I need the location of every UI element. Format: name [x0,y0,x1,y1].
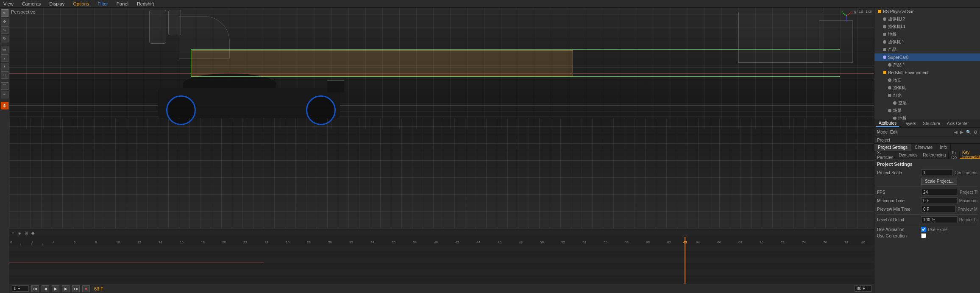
obj-rs-physical-sun[interactable]: RS Physical Sun [874,8,980,15]
tab-dynamics[interactable]: Dynamics [896,151,920,159]
rotate-tool[interactable]: ↻ [1,35,8,42]
min-time-value[interactable] [921,197,958,204]
last-frame-btn[interactable]: ⏭ [72,285,80,292]
obj-scene[interactable]: 场景 [874,107,980,114]
record-btn[interactable]: ● [82,285,90,292]
fps-value[interactable] [921,189,958,195]
start-frame-field[interactable] [12,285,29,292]
menu-cameras[interactable]: Cameras [20,1,43,6]
obj-empty-layer[interactable]: 空层 [874,99,980,107]
obj-camera-l2[interactable]: 摄像机L2 [874,15,980,23]
scale-value[interactable] [921,169,953,176]
obj-supercar8[interactable]: SuperCar8 [874,53,980,61]
next-frame-btn[interactable]: ▶ [62,285,70,292]
search-icon[interactable]: 🔍 [966,130,971,134]
tab-structure[interactable]: Structure [920,120,943,127]
settings-icon[interactable]: ⚙ [974,130,977,134]
scale-project-row: Scale Project... [877,178,977,185]
obj-camera-l1[interactable]: 摄像机L1 [874,23,980,31]
sel-top [191,49,840,50]
obj-dot-floor [883,33,886,36]
menu-options[interactable]: Options [71,1,91,6]
bend-tool[interactable]: ⌒ [1,82,8,90]
obj-dot-cam2 [888,86,891,89]
h-line-5 [9,112,874,112]
tab-todo[interactable]: To Do [949,151,960,159]
use-generation-checkbox[interactable] [921,233,926,238]
obj-product[interactable]: 产品 [874,46,980,53]
cylinder-1 [149,10,166,44]
edit-label: Edit [890,130,897,134]
tl-keyframe-icon[interactable]: ◆ [31,231,35,235]
obj-lights[interactable]: 灯光 [874,92,980,99]
menu-panel[interactable]: Panel [115,1,130,6]
menu-filter[interactable]: Filter [96,1,109,6]
fps-row: FPS Project Ti [877,189,977,195]
obj-dot-floor2 [893,117,896,120]
tab-info[interactable]: Info [936,144,951,151]
polygon-tool[interactable]: ▭ [1,46,8,53]
h-line-4 [9,105,874,106]
tab-axis-center[interactable]: Axis Center [944,120,972,127]
tab-x-particles[interactable]: X-Particles [874,151,896,159]
current-frame-display: 63 F [94,286,103,291]
tab-project-settings[interactable]: Project Settings [874,144,911,151]
obj-ground[interactable]: 地面 [874,76,980,84]
building-2 [819,20,853,63]
move-tool[interactable]: ✛ [1,18,8,25]
smooth-tool[interactable]: ~ [1,91,8,98]
obj-dot-supercar [883,56,886,59]
fps-label: FPS [877,190,919,195]
timeline-tracks[interactable] [9,246,874,284]
prev-frame-btn[interactable]: ◀ [42,285,49,292]
scale-project-btn[interactable]: Scale Project... [921,178,957,185]
nav-back-btn[interactable]: ◀ [954,130,958,134]
building-1 [738,12,823,63]
floor-grid [9,118,874,229]
tab-key-interpolation[interactable]: Key Interpolation [960,151,980,159]
obj-dot-camL2 [883,17,886,21]
project-tabs-row2: X-Particles Dynamics Referencing To Do K… [874,151,980,159]
tab-attributes[interactable]: Attributes [876,120,899,127]
menu-view[interactable]: View [2,1,15,6]
scale-label: Project Scale [877,170,919,175]
track-5 [9,275,874,281]
tl-icon-2[interactable]: ◈ [18,231,21,235]
corner-info-text: grid 1cm [854,9,872,14]
tab-layers[interactable]: Layers [901,120,919,127]
viewport-3d[interactable]: Perspective [9,8,874,229]
obj-camera-2[interactable]: 摄像机 [874,84,980,92]
nav-forward-btn[interactable]: ▶ [960,130,963,134]
timeline-ruler[interactable]: 0 2 4 6 8 10 12 14 16 18 20 22 24 26 28 … [9,237,874,246]
playhead-tracks [685,246,685,284]
preview-min-value[interactable] [921,206,956,212]
object-tool[interactable]: □ [1,71,8,79]
first-frame-btn[interactable]: ⏮ [31,285,39,292]
s-tool[interactable]: S [1,102,8,109]
menu-redshift[interactable]: Redshift [135,1,156,6]
end-frame-field[interactable] [855,285,871,292]
cursor-tool[interactable]: ↖ [1,9,8,17]
svg-line-0 [846,13,851,16]
tab-cineware[interactable]: Cineware [911,144,936,151]
tl-icon-3[interactable]: ⊞ [25,231,28,235]
edge-tool[interactable]: / [1,63,8,70]
tl-icon-1[interactable]: ≡ [12,231,14,235]
use-animation-checkbox[interactable] [921,227,926,232]
scale-tool[interactable]: ⤡ [1,26,8,34]
obj-product-1[interactable]: 产品.1 [874,61,980,69]
timeline-header: ≡ ◈ ⊞ ◆ [9,229,874,237]
lod-value[interactable] [921,216,958,223]
menu-display[interactable]: Display [47,1,66,6]
obj-dot-sun [878,10,881,13]
obj-floor2[interactable]: 地板 [874,114,980,120]
obj-redshift-env[interactable]: Redshift Environment [874,69,980,76]
obj-camera-1[interactable]: 摄像机.1 [874,38,980,46]
point-tool[interactable]: · [1,54,8,62]
tab-referencing[interactable]: Referencing [920,151,949,159]
play-btn[interactable]: ▶ [52,285,59,292]
object-hierarchy[interactable]: RS Physical Sun 摄像机L2 摄像机L1 地板 摄像机.1 产品 [874,8,980,120]
obj-floor[interactable]: 地板 [874,31,980,38]
obj-dot-rsenv [883,71,886,74]
obj-dot-empty [893,101,896,105]
